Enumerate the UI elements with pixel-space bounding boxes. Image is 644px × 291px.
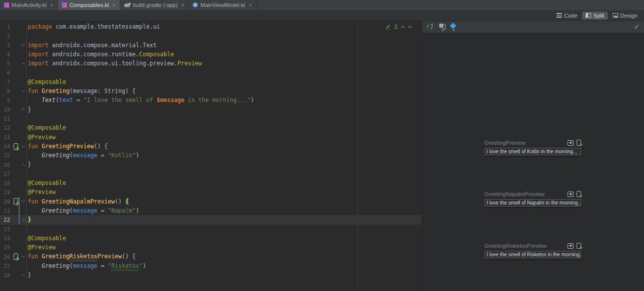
view-mode-label: Design [620,13,637,19]
close-icon[interactable]: × [113,2,116,8]
code-line[interactable]: @Composable [27,77,66,86]
fold-marker[interactable] [21,62,25,66]
line-number: 27 [0,263,11,269]
code-line[interactable]: Text(text = "I love the smell of $messag… [27,95,254,105]
editor-tab[interactable]: Composables.kt× [58,0,120,10]
layers-button[interactable] [450,24,455,31]
view-mode-code[interactable]: Code [553,12,581,20]
code-token: ( [69,262,73,269]
code-line[interactable]: @Preview [27,133,55,142]
line-number: 8 [0,88,11,94]
preview-card[interactable]: GreetingPreviewI love the smell of Kotli… [485,140,581,155]
run-preview-gutter-icon[interactable] [14,143,18,150]
close-icon[interactable]: × [249,2,252,8]
code-line[interactable]: import androidx.compose.material.Text [27,41,156,50]
code-line[interactable]: @Composable [27,178,66,187]
code-line[interactable]: import androidx.compose.ui.tooling.previ… [27,59,202,68]
run-preview-gutter-icon[interactable] [14,253,18,260]
code-line-row: 25@Preview [0,243,422,252]
code-token: import [28,60,52,67]
interactive-preview-icon[interactable] [568,243,574,249]
run-preview-icon[interactable] [577,243,581,249]
fold-marker-cell [20,123,27,132]
code-token: Greeting [42,207,69,214]
fold-marker-cell [20,225,27,234]
line-number: 1 [0,24,11,30]
code-line[interactable]: @Composable [27,123,66,132]
fold-marker[interactable] [21,88,25,92]
code-line-row: 16} [0,160,422,169]
inspections-widget[interactable]: ✓ 2 [384,23,414,30]
close-icon[interactable]: × [181,2,184,8]
fold-marker[interactable] [21,109,25,112]
run-preview-gutter-icon[interactable] [14,198,18,205]
code-line[interactable]: @Composable [27,234,66,243]
fold-marker[interactable] [21,219,25,222]
code-line[interactable]: fun Greeting(message: String) { [27,86,136,95]
code-line[interactable]: fun GreetingRisketosPreview() { [27,252,136,261]
code-line[interactable]: } [27,105,31,114]
code-token: ) [136,152,139,159]
preview-card[interactable]: GreetingNapalmPreviewI love the smell of… [485,191,581,207]
run-preview-icon[interactable] [577,191,581,197]
code-token: @Preview [28,244,55,251]
fold-marker[interactable] [21,254,25,258]
line-number: 11 [0,116,11,122]
run-preview-icon[interactable] [577,140,581,146]
code-token: "Napalm" [108,207,135,214]
close-icon[interactable]: × [50,2,53,8]
code-token: Preview [178,60,202,67]
interactive-preview-icon[interactable] [568,191,574,197]
fold-marker[interactable] [21,163,25,167]
code-line[interactable]: } [27,270,31,279]
code-line-row: 14fun GreetingPreview() { [0,142,422,151]
code-token: { [125,198,129,205]
preview-card[interactable]: GreetingRisketosPreviewI love the smell … [485,243,581,258]
checks-passed-icon[interactable]: ✓ [386,24,391,30]
preview-toolbar: ✓ [422,21,644,33]
view-mode-split[interactable]: Split [582,12,607,20]
line-number: 19 [0,189,11,195]
editor-tab[interactable]: MainActivity.kt× [0,0,58,10]
code-line[interactable]: Greeting(message = "Kotlin") [27,151,139,160]
line-number: 17 [0,171,11,177]
preview-render-box[interactable]: I love the smell of Napalm in the mornin… [485,199,581,207]
view-mode-design[interactable]: Design [609,12,641,20]
code-line[interactable]: fun GreetingPreview() { [27,142,108,151]
line-number: 14 [0,143,11,149]
fold-marker[interactable] [21,199,25,203]
code-line[interactable]: Greeting(message = "Napalm") [27,206,139,215]
code-line[interactable]: fun GreetingNapalmPreview() { [27,197,129,206]
interactive-preview-icon[interactable] [568,140,574,146]
code-token [28,207,42,214]
orientation-button[interactable] [439,24,444,31]
editor-tab[interactable]: build.gradle (:app)× [120,0,189,10]
code-line[interactable]: import androidx.compose.runtime.Composab… [27,50,174,59]
render-success-icon: ✓ [634,23,639,31]
tab-label: build.gradle (:app) [133,2,178,8]
code-token: androidx.compose.material.Text [52,42,156,49]
code-token: Greeting [42,262,69,269]
fold-marker-cell [20,68,27,77]
fold-marker[interactable] [21,144,25,147]
preview-render-box[interactable]: I love the smell of Kotlin in the mornin… [485,148,581,155]
code-line[interactable]: } [27,160,31,169]
preview-title: GreetingNapalmPreview [485,191,544,197]
code-token: = [98,262,108,269]
code-token: = [98,207,108,214]
preview-render-box[interactable]: I love the smell of Risketos in the morn… [485,251,581,258]
code-line-row: 13@Preview [0,133,422,142]
fold-marker[interactable] [21,274,25,277]
code-line[interactable]: } [27,215,31,224]
code-line[interactable]: @Preview [27,243,55,252]
code-editor[interactable]: 1package com.example.thestatessample.ui2… [0,21,422,291]
code-line[interactable]: @Preview [27,187,55,197]
fold-marker[interactable] [21,43,25,46]
next-problem-button[interactable] [408,25,412,29]
prev-problem-button[interactable] [401,25,405,29]
line-number: 22 [0,217,11,223]
editor-tab[interactable]: MainViewModel.kt× [189,0,257,10]
build-refresh-icon[interactable] [427,24,433,30]
code-line[interactable]: Greeting(message = "Risketos") [27,261,146,270]
code-line[interactable]: package com.example.thestatessample.ui [27,22,160,31]
